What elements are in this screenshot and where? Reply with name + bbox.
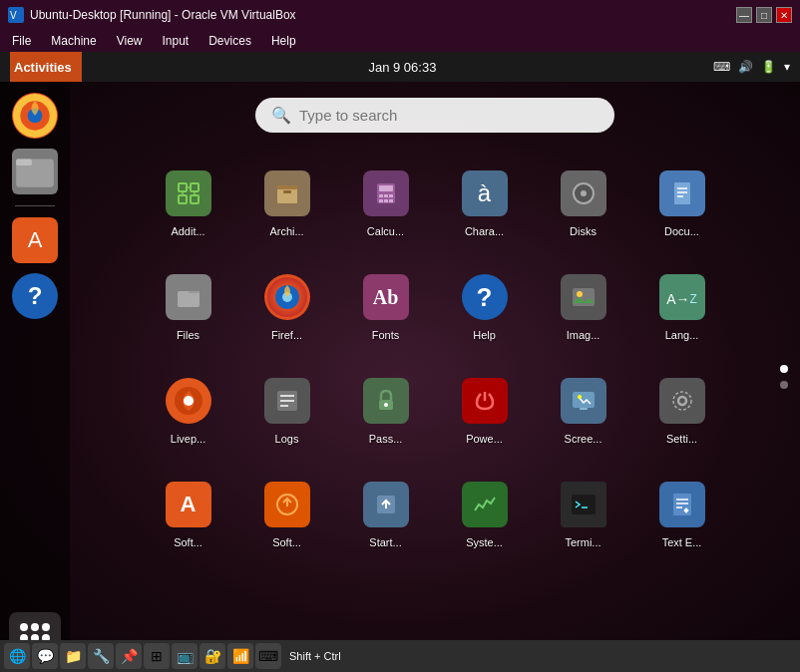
dock: A ? xyxy=(0,82,70,672)
svg-point-27 xyxy=(581,190,587,196)
app-icon-sysmon xyxy=(459,479,511,530)
app-item-settings[interactable]: Setti... xyxy=(634,360,729,460)
system-tray: ⌨ 🔊 🔋 ▾ xyxy=(713,60,790,74)
app-label-settings: Setti... xyxy=(666,433,697,445)
window-titlebar: V Ubuntu-Desktop [Running] - Oracle VM V… xyxy=(0,0,800,30)
menubar-item-devices[interactable]: Devices xyxy=(200,32,259,50)
svg-rect-32 xyxy=(178,291,200,307)
app-label-fonts: Fonts xyxy=(372,329,400,341)
taskbar-icon-3[interactable]: 🔧 xyxy=(88,643,114,669)
taskbar-icon-0[interactable]: 🌐 xyxy=(4,643,30,669)
app-item-calculator[interactable]: Calcu... xyxy=(338,153,433,252)
app-item-imageviewer[interactable]: Imag... xyxy=(536,256,630,356)
main-content: 🔍 Addit...Archi...Calcu...àChara...Disks… xyxy=(70,82,800,672)
page-dot-2[interactable] xyxy=(780,381,788,389)
app-item-language[interactable]: A→ZLang... xyxy=(634,256,729,356)
app-item-sysmon[interactable]: Syste... xyxy=(437,464,532,563)
taskbar-icon-5[interactable]: ⊞ xyxy=(144,643,170,669)
dock-item-firefox[interactable] xyxy=(9,90,61,142)
maximize-button[interactable]: □ xyxy=(756,7,772,23)
app-icon-terminal xyxy=(558,479,609,530)
search-bar: 🔍 xyxy=(255,98,614,133)
taskbar-icon-8[interactable]: 📶 xyxy=(227,643,253,669)
taskbar-icon-7[interactable]: 🔐 xyxy=(200,643,225,669)
taskbar-shortcut-label: Shift + Ctrl xyxy=(283,650,347,662)
app-item-help[interactable]: ?Help xyxy=(437,256,532,356)
app-icon-startup xyxy=(360,479,412,530)
app-item-screenshot[interactable]: Scree... xyxy=(536,360,630,460)
app-label-softwarecenter: Soft... xyxy=(174,536,202,548)
app-item-disks[interactable]: Disks xyxy=(536,153,630,252)
menubar-item-help[interactable]: Help xyxy=(263,32,304,50)
app-label-passwords: Pass... xyxy=(369,433,403,445)
taskbar-icon-2[interactable]: 📁 xyxy=(60,643,86,669)
app-item-additionals[interactable]: Addit... xyxy=(141,153,235,252)
dock-item-help[interactable]: ? xyxy=(9,270,61,322)
app-item-archive[interactable]: Archi... xyxy=(239,153,334,252)
app-icon-calculator xyxy=(360,168,412,219)
activities-button[interactable]: Activities xyxy=(10,52,82,82)
app-item-fonts[interactable]: AbFonts xyxy=(338,256,433,356)
svg-rect-55 xyxy=(572,495,596,514)
app-icon-documents xyxy=(656,168,708,219)
page-dots xyxy=(780,365,788,389)
page-dot-1[interactable] xyxy=(780,365,788,373)
app-label-startup: Start... xyxy=(369,536,401,548)
svg-rect-21 xyxy=(384,194,388,197)
svg-rect-48 xyxy=(580,408,588,410)
app-item-livepatch[interactable]: Livep... xyxy=(141,360,235,460)
app-item-files[interactable]: Files xyxy=(141,256,235,356)
app-item-charmap[interactable]: àChara... xyxy=(437,153,532,252)
svg-rect-20 xyxy=(379,194,383,197)
app-icon-disks xyxy=(558,168,609,219)
svg-point-51 xyxy=(673,392,691,410)
taskbar-icon-6[interactable]: 📺 xyxy=(172,643,198,669)
svg-rect-24 xyxy=(384,199,388,202)
svg-rect-22 xyxy=(389,194,393,197)
volume-icon: 🔊 xyxy=(738,60,753,74)
app-icon-fonts: Ab xyxy=(360,271,412,323)
taskbar-icon-9[interactable]: ⌨ xyxy=(255,643,281,669)
svg-rect-16 xyxy=(277,185,297,189)
taskbar-icon-1[interactable]: 💬 xyxy=(32,643,58,669)
dock-item-softwarecenter[interactable]: A xyxy=(9,214,61,266)
close-button[interactable]: ✕ xyxy=(776,7,792,23)
svg-rect-7 xyxy=(16,159,32,165)
menubar-item-view[interactable]: View xyxy=(109,32,151,50)
svg-rect-15 xyxy=(277,187,297,203)
dock-item-files[interactable] xyxy=(9,146,61,197)
app-icon-passwords xyxy=(360,375,412,427)
app-label-documents: Docu... xyxy=(664,225,699,237)
search-input[interactable] xyxy=(299,107,599,124)
app-icon-softwareupdate xyxy=(261,479,313,530)
app-item-passwords[interactable]: Pass... xyxy=(338,360,433,460)
app-item-startup[interactable]: Start... xyxy=(338,464,433,563)
app-item-logs[interactable]: Logs xyxy=(239,360,334,460)
minimize-button[interactable]: — xyxy=(736,7,752,23)
app-item-texteditor[interactable]: Text E... xyxy=(634,464,729,563)
menubar-item-input[interactable]: Input xyxy=(155,32,198,50)
svg-rect-28 xyxy=(674,182,690,204)
svg-rect-47 xyxy=(573,392,595,408)
app-item-firefox[interactable]: Firef... xyxy=(239,256,334,356)
dock-separator xyxy=(15,205,55,206)
taskbar-icon-4[interactable]: 📌 xyxy=(116,643,142,669)
tray-arrow[interactable]: ▾ xyxy=(784,60,790,74)
menubar-item-machine[interactable]: Machine xyxy=(43,32,104,50)
svg-point-50 xyxy=(678,397,686,405)
app-item-documents[interactable]: Docu... xyxy=(634,153,729,252)
app-label-logs: Logs xyxy=(275,433,299,445)
app-item-terminal[interactable]: Termi... xyxy=(536,464,630,563)
app-item-powerstats[interactable]: Powe... xyxy=(437,360,532,460)
menubar-item-file[interactable]: File xyxy=(4,32,39,50)
svg-rect-23 xyxy=(379,199,383,202)
svg-rect-9 xyxy=(191,183,199,191)
app-item-softwarecenter[interactable]: ASoft... xyxy=(141,464,235,563)
svg-rect-57 xyxy=(673,494,691,515)
app-icon-powerstats xyxy=(459,375,511,427)
app-item-softwareupdate[interactable]: Soft... xyxy=(239,464,334,563)
app-icon-screenshot xyxy=(558,375,609,427)
svg-point-49 xyxy=(578,395,582,399)
app-icon-files xyxy=(163,271,214,323)
app-label-archive: Archi... xyxy=(269,225,303,237)
